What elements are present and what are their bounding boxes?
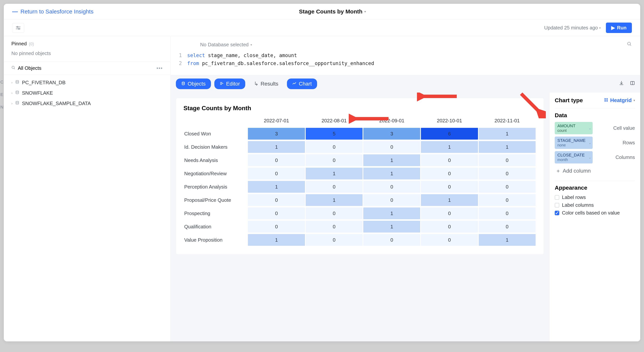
tab-results[interactable]: ↳ Results [249, 78, 284, 89]
heatgrid-cell[interactable]: 0 [363, 234, 420, 246]
heatgrid-cell[interactable]: 0 [306, 141, 362, 153]
heatgrid-cell[interactable]: 0 [421, 168, 478, 179]
tab-editor[interactable]: Editor [214, 79, 245, 89]
heatgrid-cell[interactable]: 1 [363, 207, 420, 219]
heatgrid-cell[interactable]: 0 [479, 194, 536, 206]
heatgrid-cell[interactable]: 0 [479, 168, 536, 179]
heatgrid-row: Prospecting00100 [184, 207, 536, 219]
tree-item-db[interactable]: › SNOWFLAKE_SAMPLE_DATA [8, 98, 166, 109]
page-title[interactable]: Stage Counts by Month ▾ [94, 8, 571, 15]
heatgrid-cell[interactable]: 0 [248, 154, 305, 166]
chip-agg: count [558, 128, 587, 133]
heatgrid-cell[interactable]: 0 [306, 207, 362, 219]
heatgrid-cell[interactable]: 1 [306, 168, 362, 179]
heatgrid-cell[interactable]: 1 [421, 194, 478, 206]
heatgrid-row: Proposal/Price Quote01010 [184, 194, 536, 206]
heatgrid-cell[interactable]: 1 [248, 234, 305, 246]
heatgrid-cell[interactable]: 0 [421, 207, 478, 219]
svg-point-11 [182, 82, 184, 83]
heatgrid-cell[interactable]: 0 [248, 207, 305, 219]
heatgrid-cell[interactable]: 1 [363, 154, 420, 166]
heatgrid-cell[interactable]: 0 [479, 207, 536, 219]
tab-objects[interactable]: Objects [176, 79, 211, 89]
heatgrid-cell[interactable]: 0 [248, 168, 305, 179]
heatgrid-cell[interactable]: 1 [306, 194, 362, 206]
columns-icon [630, 81, 635, 86]
heatgrid-cell[interactable]: 0 [421, 234, 478, 246]
chip-cell-value[interactable]: AMOUNT count ⌄ [555, 122, 593, 134]
heatgrid-cell[interactable]: 0 [306, 154, 362, 166]
heatgrid-row-label: Qualification [184, 221, 247, 232]
heatgrid-cell[interactable]: 1 [479, 234, 536, 246]
svg-point-9 [628, 42, 630, 45]
heatgrid-cell[interactable]: 1 [479, 128, 536, 140]
more-menu-icon[interactable]: ••• [156, 65, 163, 71]
chart-type-selector[interactable]: Heatgrid ▾ [604, 97, 635, 103]
heatgrid-cell[interactable]: 0 [306, 181, 362, 193]
return-link-label: Return to Salesforce Insights [20, 8, 94, 15]
tree-item-db[interactable]: › SNOWFLAKE [8, 88, 166, 98]
option-label-rows[interactable]: Label rows [555, 194, 635, 200]
heatgrid-cell[interactable]: 6 [421, 128, 478, 140]
heatgrid-cell[interactable]: 1 [479, 141, 536, 153]
panel-toggle-button[interactable] [630, 81, 635, 87]
heatgrid-cell[interactable]: 0 [421, 221, 478, 232]
heatgrid-cell[interactable]: 0 [479, 221, 536, 232]
heatgrid-cell[interactable]: 0 [363, 194, 420, 206]
download-button[interactable] [619, 81, 624, 87]
tab-chart[interactable]: Chart [287, 79, 317, 89]
heatgrid-cell[interactable]: 0 [421, 181, 478, 193]
pinned-count: (0) [29, 42, 34, 46]
chevron-down-icon: ▾ [364, 10, 366, 13]
download-icon [619, 81, 624, 86]
sql-editor[interactable]: 1 2 select stage_name, close_date, amoun… [170, 48, 640, 75]
heatgrid-cell[interactable]: 1 [421, 141, 478, 153]
appearance-heading: Appearance [555, 185, 635, 191]
heatgrid-row: Closed Won35361 [184, 128, 536, 140]
heatgrid-cell[interactable]: 0 [248, 221, 305, 232]
heatgrid-cell[interactable]: 0 [363, 141, 420, 153]
search-icon [627, 42, 632, 47]
return-link[interactable]: — Return to Salesforce Insights [12, 8, 94, 15]
chevron-right-icon: › [11, 102, 12, 105]
tree-item-label: PC_FIVETRAN_DB [22, 80, 66, 86]
app-frame: — Return to Salesforce Insights Stage Co… [4, 4, 640, 341]
option-label-columns[interactable]: Label columns [555, 202, 635, 208]
heatgrid-row-label: Proposal/Price Quote [184, 194, 247, 206]
database-icon [15, 101, 19, 106]
database-selector[interactable]: No Database selected ▾ [200, 42, 252, 48]
heatgrid-cell[interactable]: 0 [363, 181, 420, 193]
minus-icon: — [12, 8, 18, 15]
no-pinned-text: No pinned objects [4, 48, 170, 62]
all-objects-heading[interactable]: All Objects [11, 65, 41, 71]
tab-label: Chart [299, 81, 312, 87]
heatgrid-cell[interactable]: 0 [248, 194, 305, 206]
heatgrid-cell[interactable]: 0 [306, 221, 362, 232]
run-button[interactable]: ▶ Run [606, 23, 632, 33]
tree-item-label: SNOWFLAKE_SAMPLE_DATA [22, 101, 91, 106]
add-column-button[interactable]: ＋ Add column [555, 166, 635, 176]
chip-rows[interactable]: STAGE_NAME none ⌄ [555, 137, 593, 149]
heatgrid-cell[interactable]: 0 [479, 181, 536, 193]
line-gutter: 1 2 [179, 52, 182, 67]
svg-line-5 [14, 68, 15, 69]
heatgrid-cell[interactable]: 5 [306, 128, 362, 140]
heatgrid-cell[interactable]: 1 [248, 181, 305, 193]
heatgrid-cell[interactable]: 0 [421, 154, 478, 166]
heatgrid-cell[interactable]: 3 [248, 128, 305, 140]
updated-status[interactable]: Updated 25 minutes ago ▾ [544, 25, 600, 31]
heatgrid-cell[interactable]: 3 [363, 128, 420, 140]
search-button[interactable] [627, 42, 632, 48]
chip-columns[interactable]: CLOSE_DATE month ⌄ [555, 151, 593, 163]
heatgrid-row-label: Needs Analysis [184, 154, 247, 166]
heatgrid-cell[interactable]: 1 [363, 168, 420, 179]
heatgrid-cell[interactable]: 0 [306, 234, 362, 246]
heatgrid-cell[interactable]: 1 [363, 221, 420, 232]
sliders-icon [16, 26, 21, 30]
option-color-cells[interactable]: ✓ Color cells based on value [555, 210, 635, 216]
heatgrid-cell[interactable]: 1 [248, 141, 305, 153]
result-tabs: Objects Editor ↳ Results Chart [170, 75, 640, 93]
filters-button[interactable] [12, 23, 24, 33]
tree-item-db[interactable]: › PC_FIVETRAN_DB [8, 77, 166, 88]
heatgrid-cell[interactable]: 0 [479, 154, 536, 166]
